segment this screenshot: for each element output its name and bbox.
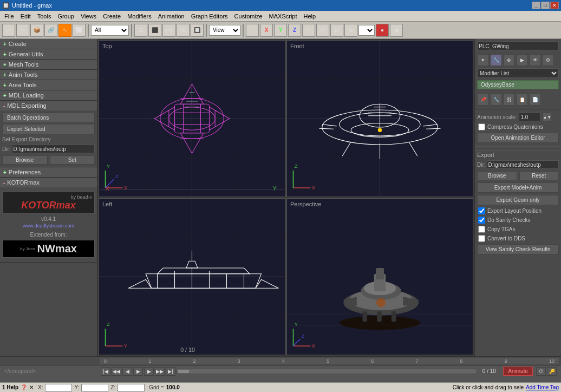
- prev-key-button[interactable]: ◀◀: [112, 367, 121, 376]
- named-sel-button[interactable]: ⬚: [246, 24, 259, 37]
- menu-maxscript[interactable]: MAXScript: [266, 12, 301, 20]
- menu-help[interactable]: Help: [301, 12, 319, 20]
- utilities-tab-icon[interactable]: ⚙: [542, 54, 554, 66]
- chain-icon[interactable]: ⛓: [503, 94, 515, 106]
- link-button[interactable]: 🔗: [44, 24, 57, 37]
- hierarchy-tab-icon[interactable]: ⊕: [503, 54, 515, 66]
- mesh-tools-header[interactable]: + Mesh Tools: [0, 60, 97, 69]
- scale-spinner[interactable]: ▲▼: [543, 113, 551, 121]
- minimize-button[interactable]: _: [532, 2, 540, 9]
- view-sanity-button[interactable]: View Sanity Check Results: [477, 244, 559, 254]
- select-button[interactable]: ↖: [58, 24, 71, 37]
- align-button[interactable]: ⊟: [330, 24, 343, 37]
- modifier-list-select[interactable]: Modifier List: [477, 68, 559, 78]
- undo-button[interactable]: ↩: [2, 24, 15, 37]
- open-anim-editor-button[interactable]: Open Animation Editor: [477, 133, 559, 143]
- export-geom-button[interactable]: Export Geom only: [477, 195, 559, 205]
- copy-tgas-checkbox[interactable]: [478, 226, 485, 233]
- preferences-header[interactable]: + Preferences: [0, 167, 97, 177]
- timeline-handle[interactable]: [178, 370, 189, 373]
- viewport-perspective[interactable]: Perspective: [286, 198, 473, 355]
- maximize-button[interactable]: □: [541, 2, 550, 9]
- menu-animation[interactable]: Animation: [155, 12, 188, 20]
- x-input[interactable]: [45, 384, 72, 391]
- export-layout-checkbox[interactable]: [478, 207, 485, 214]
- do-sanity-checks-checkbox[interactable]: [478, 217, 485, 224]
- wrench-icon[interactable]: 🔧: [490, 94, 502, 106]
- render-button[interactable]: ●: [376, 24, 389, 37]
- next-frame-end-button[interactable]: ▶|: [166, 367, 175, 376]
- menu-graph-editors[interactable]: Graph Editors: [188, 12, 231, 20]
- modify-tab-icon[interactable]: 🔧: [490, 54, 502, 66]
- export-dir-input[interactable]: [487, 160, 559, 169]
- prev-frame-button[interactable]: ◀: [122, 367, 132, 376]
- animate-button[interactable]: Animate: [503, 367, 533, 376]
- next-frame-button[interactable]: ▶: [144, 367, 154, 376]
- batch-operations-button[interactable]: Batch Operations: [2, 113, 95, 123]
- menu-edit[interactable]: Edit: [17, 12, 34, 20]
- animation-scale-input[interactable]: [519, 113, 540, 121]
- layer-button[interactable]: ⊕: [344, 24, 357, 37]
- z-input[interactable]: [118, 384, 145, 391]
- close-button[interactable]: ✕: [550, 2, 559, 9]
- select-region2-button[interactable]: ⬛: [148, 24, 161, 37]
- menu-customize[interactable]: Customize: [231, 12, 266, 20]
- paste-icon[interactable]: 📄: [529, 94, 541, 106]
- export-selected-button[interactable]: Export Selected: [2, 124, 95, 134]
- play-button[interactable]: ▶: [133, 367, 143, 376]
- material-button[interactable]: ◉: [390, 24, 403, 37]
- convert-to-dds-checkbox[interactable]: [478, 235, 485, 242]
- viewport-front[interactable]: Front: [286, 40, 473, 197]
- set-button[interactable]: Set: [50, 155, 95, 165]
- export-reset-button[interactable]: Reset: [519, 171, 559, 180]
- export-model-button[interactable]: Export Model+Anim: [477, 182, 559, 193]
- display-tab-icon[interactable]: 👁: [529, 54, 541, 66]
- menu-modifiers[interactable]: Modifiers: [124, 12, 155, 20]
- select-region-button[interactable]: ⬜: [73, 24, 86, 37]
- menu-views[interactable]: Views: [77, 12, 100, 20]
- menu-group[interactable]: Group: [54, 12, 77, 20]
- viewport-left[interactable]: Left: [99, 198, 285, 355]
- pin-icon[interactable]: 📌: [477, 94, 489, 106]
- prev-frame-start-button[interactable]: |◀: [101, 367, 110, 376]
- dir-input[interactable]: [12, 145, 95, 153]
- x-axis-button[interactable]: X: [260, 24, 273, 37]
- mirror-button[interactable]: ⟺: [162, 24, 175, 37]
- key-filter-button[interactable]: 🔑: [547, 367, 557, 376]
- create-header[interactable]: + Create: [0, 39, 97, 49]
- anim-tools-header[interactable]: + Anim Tools: [0, 70, 97, 80]
- selection-filter[interactable]: All Geometry: [91, 25, 129, 36]
- menu-create[interactable]: Create: [100, 12, 124, 20]
- export-browse-button[interactable]: Browse: [477, 171, 517, 180]
- snap-button[interactable]: 🔲: [191, 24, 204, 37]
- y-axis-button[interactable]: Y: [274, 24, 287, 37]
- add-time-tag-link[interactable]: Add Time Tag: [526, 384, 559, 390]
- y-input[interactable]: [81, 384, 108, 391]
- create-tab-icon[interactable]: ✦: [477, 54, 489, 66]
- general-utils-header[interactable]: + General Utils: [0, 49, 97, 59]
- rotate-button[interactable]: ⟳: [316, 24, 329, 37]
- compress-quaternions-checkbox[interactable]: [478, 123, 485, 130]
- time-config-button[interactable]: ⏱: [536, 367, 546, 376]
- array-button[interactable]: ⊞: [177, 24, 190, 37]
- motion-tab-icon[interactable]: ▶: [516, 54, 528, 66]
- timeline-slider[interactable]: [177, 369, 477, 374]
- redo-button[interactable]: ↪: [16, 24, 29, 37]
- render-select[interactable]: [358, 25, 375, 36]
- object-name-input[interactable]: [477, 41, 559, 51]
- menu-tools[interactable]: Tools: [34, 12, 55, 20]
- select-by-name-button[interactable]: ☰: [134, 24, 147, 37]
- area-tools-header[interactable]: + Area Tools: [0, 80, 97, 90]
- view-select[interactable]: View Screen: [209, 25, 240, 36]
- mdl-loading-header[interactable]: + MDL Loading: [0, 90, 97, 100]
- menu-file[interactable]: File: [1, 12, 17, 20]
- kotormax-header[interactable]: - KOTORmax: [0, 178, 97, 187]
- z-axis-button[interactable]: Z: [288, 24, 301, 37]
- viewport-top[interactable]: Top X Y: [99, 40, 285, 197]
- xy-plane-button[interactable]: XY: [302, 24, 315, 37]
- mdl-exporting-header[interactable]: - MDL Exporting: [0, 101, 97, 110]
- copy-icon[interactable]: 📋: [516, 94, 528, 106]
- select-obj-button[interactable]: 📦: [30, 24, 43, 37]
- browse-button[interactable]: Browse: [2, 155, 48, 165]
- next-key-button[interactable]: ▶▶: [155, 367, 165, 376]
